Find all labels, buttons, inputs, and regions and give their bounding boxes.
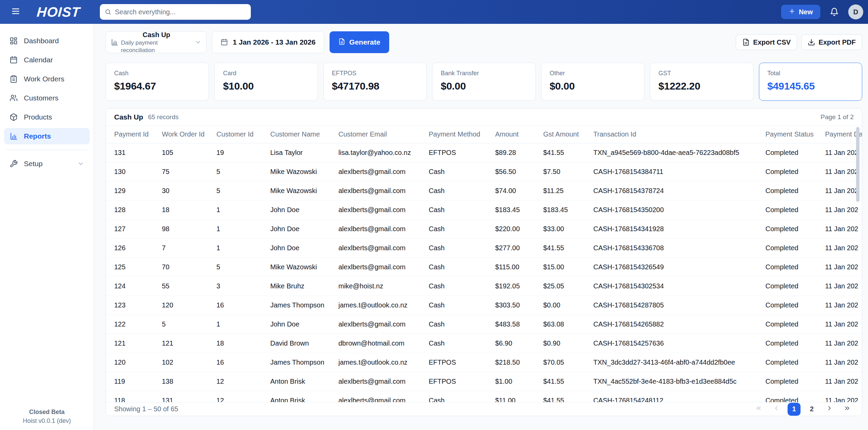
sidebar-item-label: Calendar [24, 56, 53, 64]
table-cell: 11 Jan 2026 [825, 168, 858, 176]
table-row[interactable]: 12010216James Thompsonjames.t@outlook.co… [106, 353, 862, 372]
last-page-button[interactable] [841, 403, 854, 416]
search-icon [105, 9, 111, 15]
table-row[interactable]: 130755Mike Wazowskialexlberts@gmail.comC… [106, 162, 862, 181]
summary-card-card: Card$10.00 [214, 63, 318, 101]
sidebar-setup-section: Setup [0, 150, 94, 172]
table-cell: CASH-1768154302534 [593, 282, 765, 290]
report-selector-labels: Cash Up Daily payment reconciliation [121, 31, 192, 54]
sidebar-item-work-orders[interactable]: Work Orders [4, 71, 90, 87]
sidebar-item-label: Dashboard [24, 37, 59, 45]
table-cell: alexlberts@gmail.com [338, 320, 429, 328]
table-cell: $15.00 [543, 263, 593, 271]
date-range-picker[interactable]: 1 Jan 2026 - 13 Jan 2026 [212, 31, 324, 53]
table-cell: 11 Jan 2026 [825, 263, 858, 271]
file-csv-icon [742, 38, 750, 46]
table-cell: 125 [114, 263, 162, 271]
table-cell: $25.05 [543, 282, 593, 290]
table-cell: $7.50 [543, 168, 593, 176]
table-row[interactable]: 11913812Anton Briskalexlberts@gmail.comE… [106, 372, 862, 391]
report-description: Daily payment reconciliation [121, 39, 192, 54]
table-cell: 70 [162, 263, 216, 271]
cashup-table-card: Cash Up 65 records Page 1 of 2 Payment I… [106, 108, 862, 416]
table-cell: Anton Brisk [270, 397, 338, 402]
table-cell: Cash [429, 282, 495, 290]
record-count: 65 records [148, 113, 179, 121]
card-value: $1222.20 [658, 80, 745, 92]
page-button-2[interactable]: 2 [805, 403, 818, 416]
table-cell: Lisa Taylor [270, 149, 338, 157]
table-body: 13110519Lisa Taylorlisa.taylor@yahoo.co.… [106, 143, 862, 402]
table-cell: Mike Bruhz [270, 282, 338, 290]
table-row[interactable]: 12671John Doealexlberts@gmail.comCash$27… [106, 239, 862, 258]
sidebar-divider [6, 150, 88, 150]
table-cell: John Doe [270, 320, 338, 328]
table-cell: EFTPOS [429, 378, 495, 385]
table-row[interactable]: 128181John Doealexlberts@gmail.comCash$1… [106, 201, 862, 220]
table-cell: 1 [216, 206, 270, 214]
table-cell: $1.00 [495, 378, 543, 385]
sidebar-item-calendar[interactable]: Calendar [4, 52, 90, 68]
table-row[interactable]: 12312016James Thompsonjames.t@outlook.co… [106, 296, 862, 315]
table-cell: TXN_3dc3dd27-3413-46f4-abf0-a744dd2fb0ee [593, 359, 765, 366]
search-input[interactable] [115, 8, 246, 16]
chevron-down-icon [77, 160, 84, 167]
table-cell: TXN_a945e569-b800-4dae-aea5-76223ad08bf5 [593, 149, 765, 157]
table-cell: $115.00 [495, 263, 543, 271]
table-cell: John Doe [270, 206, 338, 214]
table-footer: Showing 1 – 50 of 65 12 [106, 402, 862, 416]
card-label: GST [658, 70, 745, 77]
column-header: Customer Id [216, 130, 270, 138]
table-cell: Mike Wazowski [270, 263, 338, 271]
table-row[interactable]: 129305Mike Wazowskialexlberts@gmail.comC… [106, 181, 862, 201]
table-cell: EFTPOS [429, 149, 495, 157]
export-csv-button[interactable]: Export CSV [736, 34, 797, 50]
previous-page-button[interactable] [770, 403, 783, 416]
table-cell: CASH-1768154248112 [593, 397, 765, 402]
table-cell: $0.00 [543, 301, 593, 309]
table-cell: Completed [765, 378, 825, 385]
table-cell: 11 Jan 2026 [825, 301, 858, 309]
table-cell: dbrown@hotmail.com [338, 339, 429, 347]
table-cell: 11 Jan 2026 [825, 339, 858, 347]
first-page-button[interactable] [752, 403, 765, 416]
sidebar-item-dashboard[interactable]: Dashboard [4, 33, 90, 49]
table-row[interactable]: 11813112Anton Briskalexlberts@gmail.comC… [106, 391, 862, 402]
next-page-button[interactable] [823, 403, 836, 416]
sidebar-item-customers[interactable]: Customers [4, 90, 90, 106]
showing-label: Showing 1 – 50 of 65 [114, 405, 178, 413]
table-cell: 120 [162, 301, 216, 309]
notifications-bell-icon[interactable] [830, 7, 839, 16]
sidebar-footer: Closed Beta Hoist v0.0.1 (dev) [0, 408, 94, 425]
table-cell: CASH-1768154336708 [593, 244, 765, 252]
page-button-1[interactable]: 1 [788, 403, 801, 416]
table-scrollbar[interactable] [856, 127, 859, 202]
app-logo: HOIST [36, 4, 80, 20]
table-row[interactable]: 124553Mike Bruhzmike@hoist.nzCash$192.05… [106, 277, 862, 296]
column-header: Amount [495, 130, 543, 138]
table-row[interactable]: 127981John Doealexlberts@gmail.comCash$2… [106, 220, 862, 239]
table-row[interactable]: 13110519Lisa Taylorlisa.taylor@yahoo.co.… [106, 143, 862, 162]
sidebar-item-setup[interactable]: Setup [4, 156, 90, 172]
table-cell: 3 [216, 282, 270, 290]
table-cell: 105 [162, 149, 216, 157]
table-cell: CASH-1768154350200 [593, 206, 765, 214]
table-cell: CASH-1768154257636 [593, 339, 765, 347]
table-cell: 126 [114, 244, 162, 252]
report-type-selector[interactable]: Cash Up Daily payment reconciliation [106, 31, 207, 53]
user-avatar[interactable]: D [848, 4, 863, 19]
table-row[interactable]: 125705Mike Wazowskialexlberts@gmail.comC… [106, 258, 862, 277]
table-row[interactable]: 12251John Doealexlberts@gmail.comCash$48… [106, 315, 862, 334]
global-search[interactable] [100, 4, 251, 20]
card-value: $47170.98 [332, 80, 418, 92]
table-cell: $218.50 [495, 359, 543, 366]
table-cell: Cash [429, 320, 495, 328]
sidebar-item-products[interactable]: Products [4, 109, 90, 125]
table-row[interactable]: 12112118David Browndbrown@hotmail.comCas… [106, 334, 862, 353]
date-range-value: 1 Jan 2026 - 13 Jan 2026 [233, 38, 316, 46]
sidebar-item-reports[interactable]: Reports [4, 128, 90, 144]
export-pdf-button[interactable]: Export PDF [801, 34, 862, 50]
new-button[interactable]: New [781, 5, 820, 19]
generate-button[interactable]: Generate [330, 31, 389, 53]
menu-icon[interactable] [9, 5, 22, 19]
